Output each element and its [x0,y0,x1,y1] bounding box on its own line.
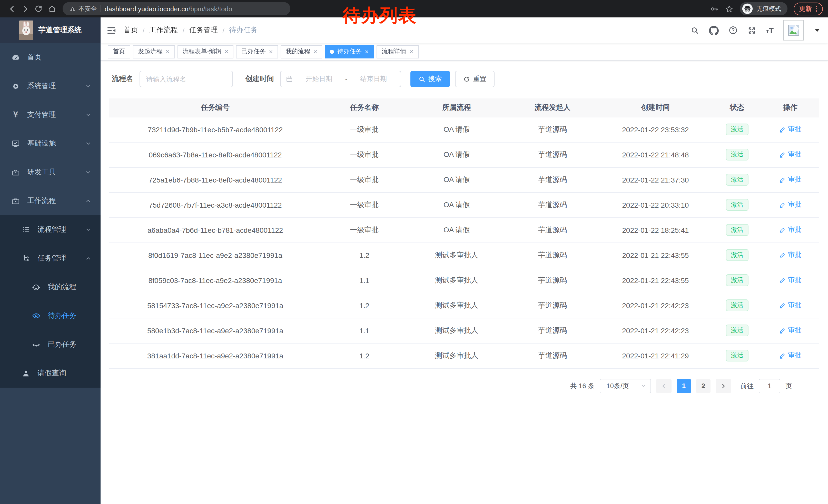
approve-button[interactable]: 审批 [779,326,801,335]
tab[interactable]: 首页 [108,45,130,58]
font-size-icon[interactable]: TT [766,27,774,34]
goto-page-input[interactable] [759,379,780,393]
app-logo-row[interactable]: 芋道管理系统 [0,17,100,43]
home-icon[interactable] [45,2,58,15]
cell-initiator: 芋道源码 [506,343,599,368]
cell-initiator: 芋道源码 [506,117,599,142]
fullscreen-icon[interactable] [748,26,756,35]
approve-button[interactable]: 审批 [779,125,801,134]
tab-close-icon[interactable]: × [166,48,170,55]
tab[interactable]: 流程表单-编辑 × [177,45,234,58]
sidebar-item-payment[interactable]: ¥ 支付管理 [0,100,100,129]
approve-button[interactable]: 审批 [779,276,801,285]
sidebar-item-process-mgmt[interactable]: 流程管理 [0,215,100,244]
sidebar-item-todo-tasks[interactable]: 待办任务 [0,302,100,330]
cell-process: OA 请假 [407,192,507,217]
cell-initiator: 芋道源码 [506,242,599,268]
page-size-select[interactable]: 10条/页 [600,379,651,393]
end-date-placeholder: 结束日期 [351,74,396,84]
goto-label: 前往 [740,381,754,391]
calendar-icon [286,75,293,83]
prev-page-button[interactable] [656,379,671,393]
sidebar-item-home[interactable]: 首页 [0,43,100,72]
reset-button[interactable]: 重置 [455,71,495,87]
tab-close-icon[interactable]: × [409,48,413,55]
reload-icon[interactable] [32,2,45,15]
sidebar-item-leave-query[interactable]: 请假查询 [0,359,100,387]
address-bar[interactable]: 不安全 dashboard.yudao.iocoder.cn/bpm/task/… [63,2,290,15]
approve-button[interactable]: 审批 [779,200,801,210]
sidebar-item-my-process[interactable]: 我的流程 [0,273,100,302]
process-name-input[interactable] [139,71,233,87]
sidebar-item-task-mgmt[interactable]: 任务管理 [0,244,100,273]
update-button[interactable]: 更新 [793,2,823,15]
approve-button[interactable]: 审批 [779,225,801,235]
security-warning[interactable]: 不安全 [69,4,97,13]
annotation-overlay: 待办列表 [343,6,417,24]
forward-icon[interactable] [18,2,32,15]
cell-create-time: 2022-01-22 18:25:41 [599,217,712,242]
sidebar-item-workflow[interactable]: 工作流程 [0,187,100,215]
bookmark-star-icon[interactable] [724,4,733,13]
sidebar-item-infra[interactable]: 基础设施 [0,129,100,158]
approve-button[interactable]: 审批 [779,301,801,310]
table-row: 58154733-7ac8-11ec-a9e2-a2380e71991a 1.2… [109,293,819,318]
caret-down-icon[interactable] [815,29,820,32]
yen-icon: ¥ [11,110,20,120]
breadcrumb-item[interactable]: 首页 [124,26,138,35]
status-badge: 激活 [726,174,748,186]
tab[interactable]: 待办任务 × [325,45,374,58]
tab-close-icon[interactable]: × [269,48,273,55]
tab-close-icon[interactable]: × [224,48,228,55]
sidebar-item-devtools[interactable]: 研发工具 [0,158,100,187]
total-count: 共 16 条 [570,381,594,391]
tab[interactable]: 我的流程 × [281,45,322,58]
approve-button[interactable]: 审批 [779,175,801,184]
password-key-icon[interactable] [710,4,718,13]
status-badge: 激活 [726,199,748,211]
tab-close-icon[interactable]: × [314,48,317,55]
back-icon[interactable] [5,2,18,15]
approve-button[interactable]: 审批 [779,351,801,360]
cell-create-time: 2022-01-21 22:42:23 [599,318,712,343]
tab[interactable]: 已办任务 × [236,45,278,58]
approve-label: 审批 [788,326,801,335]
approve-button[interactable]: 审批 [779,250,801,260]
toolbox-icon [11,168,20,177]
github-icon[interactable] [709,26,719,35]
cell-process: 测试多审批人 [407,242,507,268]
cell-initiator: 芋道源码 [506,192,599,217]
approve-button[interactable]: 审批 [779,150,801,159]
sidebar-collapse-icon[interactable] [107,26,117,35]
sidebar-item-done-tasks[interactable]: 已办任务 [0,330,100,359]
tab-label: 待办任务 [337,47,362,56]
browser-menu-icon[interactable] [816,6,817,12]
cell-process: 测试多审批人 [407,318,507,343]
incognito-label: 无痕模式 [756,4,781,13]
briefcase-icon [11,197,20,205]
avatar[interactable] [783,20,804,41]
tab[interactable]: 流程详情 × [377,45,418,58]
page-number-1[interactable]: 1 [677,379,691,393]
status-badge: 激活 [726,350,748,362]
breadcrumb-item[interactable]: 工作流程 [149,26,178,35]
breadcrumb-item[interactable]: 任务管理 [189,26,218,35]
search-button[interactable]: 搜索 [410,71,450,87]
table-row: 069c6a63-7b8a-11ec-8ef0-acde48001122 一级审… [109,142,819,167]
tab-label: 流程详情 [382,47,406,56]
approve-label: 审批 [788,276,801,285]
tab[interactable]: 发起流程 × [133,45,175,58]
chevron-down-icon [85,140,91,147]
next-page-button[interactable] [716,379,731,393]
cell-initiator: 芋道源码 [506,217,599,242]
tab-close-icon[interactable]: × [365,48,369,55]
edit-pencil-icon [779,176,786,183]
sidebar-item-system[interactable]: 系统管理 [0,72,100,100]
page-number-2[interactable]: 2 [696,379,710,393]
search-icon[interactable] [691,26,700,35]
incognito-badge: 无痕模式 [740,2,787,15]
url-host: dashboard.yudao.iocoder.cn [105,5,189,12]
cell-initiator: 芋道源码 [506,167,599,192]
help-icon[interactable] [729,26,738,35]
date-range-picker[interactable]: 开始日期 - 结束日期 [280,71,401,87]
